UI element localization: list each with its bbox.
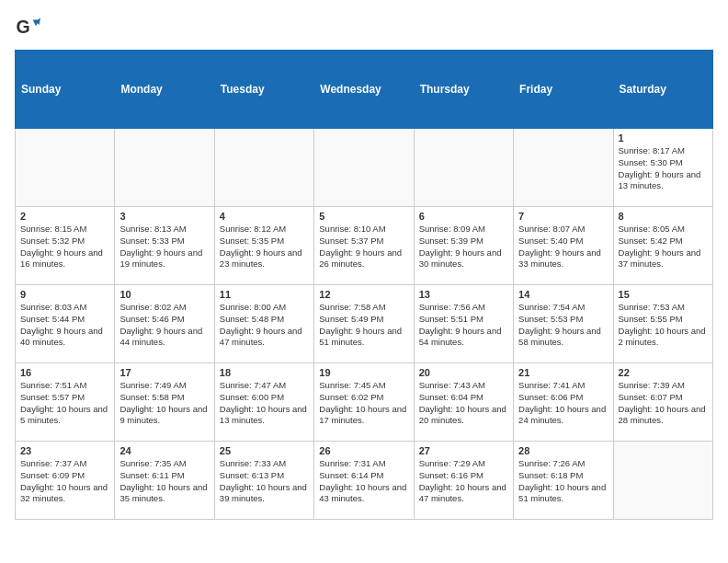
day-info: Sunrise: 8:03 AM Sunset: 5:44 PM Dayligh… <box>20 302 109 349</box>
day-number: 6 <box>419 211 508 222</box>
calendar-cell: 19Sunrise: 7:45 AM Sunset: 6:02 PM Dayli… <box>314 363 414 442</box>
page-header: G <box>15 15 713 40</box>
day-info: Sunrise: 7:39 AM Sunset: 6:07 PM Dayligh… <box>619 380 708 427</box>
day-info: Sunrise: 7:53 AM Sunset: 5:55 PM Dayligh… <box>619 302 708 349</box>
day-number: 24 <box>119 445 209 456</box>
calendar-cell: 1Sunrise: 8:17 AM Sunset: 5:30 PM Daylig… <box>613 129 712 207</box>
day-number: 8 <box>619 211 708 222</box>
calendar-cell: 16Sunrise: 7:51 AM Sunset: 5:57 PM Dayli… <box>16 363 115 442</box>
calendar-cell: 3Sunrise: 8:13 AM Sunset: 5:33 PM Daylig… <box>115 207 214 285</box>
calendar-cell <box>414 129 513 207</box>
calendar-cell: 26Sunrise: 7:31 AM Sunset: 6:14 PM Dayli… <box>314 442 414 520</box>
day-info: Sunrise: 7:35 AM Sunset: 6:11 PM Dayligh… <box>119 458 209 505</box>
week-row-2: 2Sunrise: 8:15 AM Sunset: 5:32 PM Daylig… <box>16 207 713 285</box>
day-number: 25 <box>220 445 309 456</box>
calendar-cell: 11Sunrise: 8:00 AM Sunset: 5:48 PM Dayli… <box>214 285 313 363</box>
week-row-4: 16Sunrise: 7:51 AM Sunset: 5:57 PM Dayli… <box>16 363 713 442</box>
calendar-cell: 25Sunrise: 7:33 AM Sunset: 6:13 PM Dayli… <box>214 442 313 520</box>
calendar-cell: 9Sunrise: 8:03 AM Sunset: 5:44 PM Daylig… <box>16 285 115 363</box>
day-number: 3 <box>119 211 209 222</box>
day-number: 5 <box>319 211 408 222</box>
logo-icon: G <box>15 15 40 40</box>
calendar-cell: 27Sunrise: 7:29 AM Sunset: 6:16 PM Dayli… <box>414 442 513 520</box>
calendar-cell: 5Sunrise: 8:10 AM Sunset: 5:37 PM Daylig… <box>314 207 414 285</box>
day-info: Sunrise: 7:47 AM Sunset: 6:00 PM Dayligh… <box>220 380 309 427</box>
day-number: 2 <box>20 211 109 222</box>
day-number: 16 <box>20 367 109 378</box>
day-info: Sunrise: 7:26 AM Sunset: 6:18 PM Dayligh… <box>518 458 608 505</box>
day-info: Sunrise: 8:13 AM Sunset: 5:33 PM Dayligh… <box>119 224 209 270</box>
week-row-5: 23Sunrise: 7:37 AM Sunset: 6:09 PM Dayli… <box>16 442 713 520</box>
day-info: Sunrise: 8:15 AM Sunset: 5:32 PM Dayligh… <box>20 224 109 270</box>
day-info: Sunrise: 7:29 AM Sunset: 6:16 PM Dayligh… <box>419 458 508 505</box>
day-number: 22 <box>619 367 708 378</box>
day-number: 21 <box>518 367 608 378</box>
calendar-cell: 8Sunrise: 8:05 AM Sunset: 5:42 PM Daylig… <box>613 207 712 285</box>
day-number: 12 <box>319 289 408 300</box>
day-info: Sunrise: 8:02 AM Sunset: 5:46 PM Dayligh… <box>119 302 209 349</box>
day-number: 17 <box>119 367 209 378</box>
calendar-cell: 7Sunrise: 8:07 AM Sunset: 5:40 PM Daylig… <box>514 207 613 285</box>
day-info: Sunrise: 8:00 AM Sunset: 5:48 PM Dayligh… <box>220 302 309 349</box>
day-info: Sunrise: 7:45 AM Sunset: 6:02 PM Dayligh… <box>319 380 408 427</box>
calendar-cell <box>16 129 115 207</box>
week-row-1: 1Sunrise: 8:17 AM Sunset: 5:30 PM Daylig… <box>16 129 713 207</box>
day-number: 9 <box>20 289 109 300</box>
day-info: Sunrise: 7:33 AM Sunset: 6:13 PM Dayligh… <box>220 458 309 505</box>
day-number: 7 <box>518 211 608 222</box>
day-info: Sunrise: 8:07 AM Sunset: 5:40 PM Dayligh… <box>518 224 608 270</box>
calendar-cell: 10Sunrise: 8:02 AM Sunset: 5:46 PM Dayli… <box>115 285 214 363</box>
calendar-cell <box>514 129 613 207</box>
day-info: Sunrise: 7:51 AM Sunset: 5:57 PM Dayligh… <box>20 380 109 427</box>
weekday-header-sunday: Sunday <box>16 51 115 129</box>
day-info: Sunrise: 7:37 AM Sunset: 6:09 PM Dayligh… <box>20 458 109 505</box>
day-number: 27 <box>419 445 508 456</box>
weekday-header-friday: Friday <box>514 51 613 129</box>
day-info: Sunrise: 8:05 AM Sunset: 5:42 PM Dayligh… <box>619 224 708 270</box>
calendar-cell <box>115 129 214 207</box>
day-number: 19 <box>319 367 408 378</box>
day-info: Sunrise: 8:17 AM Sunset: 5:30 PM Dayligh… <box>619 145 708 192</box>
calendar-cell: 12Sunrise: 7:58 AM Sunset: 5:49 PM Dayli… <box>314 285 414 363</box>
day-info: Sunrise: 7:49 AM Sunset: 5:58 PM Dayligh… <box>119 380 209 427</box>
calendar-table: SundayMondayTuesdayWednesdayThursdayFrid… <box>15 50 713 520</box>
day-number: 14 <box>518 289 608 300</box>
weekday-header-thursday: Thursday <box>414 51 513 129</box>
day-info: Sunrise: 7:31 AM Sunset: 6:14 PM Dayligh… <box>319 458 408 505</box>
day-number: 13 <box>419 289 508 300</box>
calendar-cell: 21Sunrise: 7:41 AM Sunset: 6:06 PM Dayli… <box>514 363 613 442</box>
calendar-cell <box>314 129 414 207</box>
day-number: 15 <box>619 289 708 300</box>
day-info: Sunrise: 8:09 AM Sunset: 5:39 PM Dayligh… <box>419 224 508 270</box>
calendar-cell: 22Sunrise: 7:39 AM Sunset: 6:07 PM Dayli… <box>613 363 712 442</box>
week-row-3: 9Sunrise: 8:03 AM Sunset: 5:44 PM Daylig… <box>16 285 713 363</box>
calendar-cell: 4Sunrise: 8:12 AM Sunset: 5:35 PM Daylig… <box>214 207 313 285</box>
day-number: 11 <box>220 289 309 300</box>
day-number: 23 <box>20 445 109 456</box>
day-info: Sunrise: 7:43 AM Sunset: 6:04 PM Dayligh… <box>419 380 508 427</box>
day-info: Sunrise: 7:54 AM Sunset: 5:53 PM Dayligh… <box>518 302 608 349</box>
calendar-cell: 13Sunrise: 7:56 AM Sunset: 5:51 PM Dayli… <box>414 285 513 363</box>
calendar-cell: 23Sunrise: 7:37 AM Sunset: 6:09 PM Dayli… <box>16 442 115 520</box>
weekday-header-saturday: Saturday <box>613 51 712 129</box>
calendar-cell: 28Sunrise: 7:26 AM Sunset: 6:18 PM Dayli… <box>514 442 613 520</box>
day-number: 18 <box>220 367 309 378</box>
calendar-cell <box>613 442 712 520</box>
day-number: 20 <box>419 367 508 378</box>
calendar-cell <box>214 129 313 207</box>
calendar-cell: 20Sunrise: 7:43 AM Sunset: 6:04 PM Dayli… <box>414 363 513 442</box>
logo: G <box>15 15 44 40</box>
calendar-cell: 24Sunrise: 7:35 AM Sunset: 6:11 PM Dayli… <box>115 442 214 520</box>
calendar-cell: 6Sunrise: 8:09 AM Sunset: 5:39 PM Daylig… <box>414 207 513 285</box>
calendar-cell: 18Sunrise: 7:47 AM Sunset: 6:00 PM Dayli… <box>214 363 313 442</box>
day-info: Sunrise: 7:58 AM Sunset: 5:49 PM Dayligh… <box>319 302 408 349</box>
day-info: Sunrise: 7:56 AM Sunset: 5:51 PM Dayligh… <box>419 302 508 349</box>
calendar-cell: 2Sunrise: 8:15 AM Sunset: 5:32 PM Daylig… <box>16 207 115 285</box>
day-number: 1 <box>619 132 708 144</box>
day-info: Sunrise: 8:10 AM Sunset: 5:37 PM Dayligh… <box>319 224 408 270</box>
day-number: 4 <box>220 211 309 222</box>
weekday-header-monday: Monday <box>115 51 214 129</box>
day-number: 10 <box>119 289 209 300</box>
day-number: 26 <box>319 445 408 456</box>
day-info: Sunrise: 7:41 AM Sunset: 6:06 PM Dayligh… <box>518 380 608 427</box>
